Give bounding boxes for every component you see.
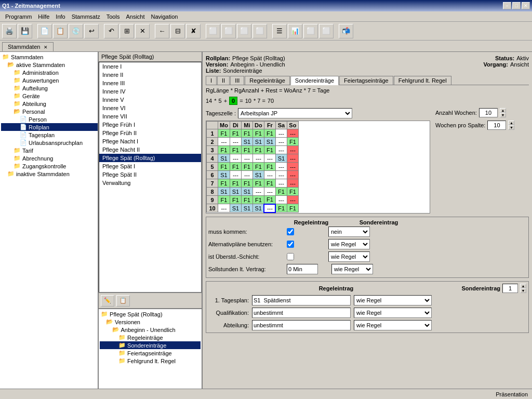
window-controls[interactable]: − □ ✕ [503,2,530,9]
toolbar-btn-6[interactable]: ↩ [84,24,99,38]
cal-cell[interactable]: --- [287,196,298,204]
cal-cell[interactable]: --- [230,154,241,163]
toolbar-btn-8[interactable]: ⊞ [119,24,134,38]
list-item-pflege-spaet1[interactable]: Pflege Spät I [99,162,201,170]
bottom-tree-sondereintraege[interactable]: 📁 Sondereinträge [100,341,201,349]
tree-item-aufteilung[interactable]: 📁 Aufteilung [1,84,98,92]
cal-cell[interactable]: --- [218,138,230,146]
tree-item-zugangskontrolle[interactable]: 📁 Zugangskontrolle [1,162,98,170]
list-item-pflege-spaet2[interactable]: Pflege Spät II [99,170,201,179]
cal-cell[interactable]: --- [275,179,287,188]
cal-cell[interactable]: F1 [230,146,241,154]
cal-cell[interactable]: F1 [287,204,298,212]
cal-cell[interactable]: S1 [218,188,230,196]
tagesplan-dropdown[interactable]: wie Regel [354,295,432,305]
cal-cell-selected[interactable]: --- [264,204,275,212]
cal-cell[interactable]: F1 [252,163,264,171]
ueberstd-dropdown[interactable]: wie Regel [328,251,370,262]
cal-cell[interactable]: --- [218,204,230,212]
cal-cell[interactable]: S1 [218,154,230,163]
cal-cell[interactable]: --- [287,146,298,154]
cal-cell[interactable]: F1 [218,196,230,204]
tab-i[interactable]: I [206,76,217,85]
ueberstd-checkbox[interactable] [287,253,294,260]
list-item-verwaltung[interactable]: Verwaltung [99,179,201,187]
qualifikation-input[interactable] [252,308,351,318]
cal-cell[interactable]: F1 [218,146,230,154]
toolbar-btn-15[interactable]: ⬜ [237,24,251,38]
toolbar-btn-12[interactable]: ✘ [186,24,201,38]
list-edit-button[interactable]: ✏️ [101,295,114,307]
menu-info[interactable]: Info [52,12,68,21]
anzahl-wochen-input[interactable] [479,108,498,117]
cal-cell[interactable]: F1 [230,129,241,138]
tree-item-stammdaten[interactable]: 📁 Stammdaten [1,53,98,61]
cal-cell[interactable]: F1 [218,129,230,138]
menu-navigation[interactable]: Navigation [148,12,181,21]
cal-cell[interactable]: F1 [230,179,241,188]
cal-cell[interactable]: F1 [252,146,264,154]
cal-cell[interactable]: F1 [264,129,275,138]
alternativplaene-dropdown[interactable]: wie Regel [328,239,370,249]
cal-cell[interactable]: S1 [275,154,287,163]
cal-cell[interactable]: S1 [241,188,252,196]
cal-cell[interactable]: S1 [230,204,241,212]
cal-cell[interactable]: F1 [241,129,252,138]
sondereintrag-down[interactable]: ▼ [520,288,526,293]
cal-cell[interactable]: F1 [287,188,298,196]
cal-cell[interactable]: S1 [241,138,252,146]
tab-iii[interactable]: III [230,76,244,85]
menu-ansicht[interactable]: Ansicht [123,12,148,21]
cal-cell[interactable]: F1 [218,163,230,171]
tree-item-tagesplan[interactable]: 📄 Tagesplan [1,131,98,139]
bottom-tree-feiertagseintraege[interactable]: 📁 Feiertagseinträge [100,349,201,357]
maximize-button[interactable]: □ [512,2,521,9]
toolbar-btn-17[interactable]: ☰ [272,24,287,38]
toolbar-btn-18[interactable]: 📊 [288,24,302,38]
cal-cell[interactable]: F1 [275,204,287,212]
sollstunden-dropdown[interactable]: wie Regel [331,264,373,274]
cal-cell[interactable]: F1 [241,146,252,154]
cal-cell[interactable]: F1 [264,196,275,204]
bottom-tree-versionen[interactable]: 📂 Versionen [100,318,201,326]
cal-cell[interactable]: --- [264,171,275,179]
tab-fehlgrund[interactable]: Fehlgrund lt. Regel [394,76,451,85]
alternativplaene-checkbox[interactable] [287,241,294,248]
tagesplan-input[interactable] [252,295,351,305]
toolbar-btn-14[interactable]: ⬜ [221,24,236,38]
tree-item-abrechnung[interactable]: 📁 Abrechnung [1,154,98,162]
tree-item-auswertungen[interactable]: 📁 Auswertungen [1,76,98,84]
cal-cell[interactable]: --- [230,138,241,146]
tree-item-person[interactable]: 📄 Person [1,115,98,123]
tree-item-administration[interactable]: 📁 Administration [1,69,98,76]
anzahl-wochen-up[interactable]: ▲ [500,108,506,113]
cal-cell[interactable]: --- [287,163,298,171]
cal-cell[interactable]: S1 [252,171,264,179]
tageszelle-select[interactable]: Arbeitsplan JP [238,108,352,118]
cal-cell[interactable]: S1 [252,204,264,212]
cal-cell[interactable]: --- [275,171,287,179]
cal-cell[interactable]: --- [275,196,287,204]
toolbar-btn-10[interactable]: ← [155,24,169,38]
abteilung-dropdown[interactable]: wie Regel [354,320,432,330]
tree-item-rollplan[interactable]: 📄 Rollplan [1,123,98,131]
toolbar-btn-19[interactable]: ⬜ [303,24,318,38]
tab-close-icon[interactable]: ✕ [44,45,48,50]
toolbar-btn-11[interactable]: ⊟ [170,24,185,38]
list-item-innere2[interactable]: Innere II [99,71,201,79]
menu-programm[interactable]: Programm [2,12,35,21]
cal-cell[interactable]: --- [287,154,298,163]
bottom-tree-fehlgrund[interactable]: 📁 Fehlgrund lt. Regel [100,357,201,365]
cal-cell[interactable]: F1 [275,188,287,196]
list-item-innere6[interactable]: Innere VI [99,104,201,112]
anzahl-wochen-spinners[interactable]: ▲ ▼ [500,108,506,117]
tree-item-urlaubsanspruchplan[interactable]: 📄 Urlaubsanspruchplan [1,139,98,147]
sondereintrag-up[interactable]: ▲ [520,284,526,288]
cal-cell[interactable]: F1 [252,129,264,138]
cal-cell[interactable]: --- [275,129,287,138]
list-item-pflege-spaet-rolltag[interactable]: Pflege Spät (Rolltag) [99,154,201,162]
toolbar-btn-7[interactable]: ↶ [104,24,118,38]
list-copy-button[interactable]: 📋 [116,295,130,307]
cal-cell[interactable]: F1 [252,179,264,188]
cal-cell[interactable]: S1 [230,188,241,196]
